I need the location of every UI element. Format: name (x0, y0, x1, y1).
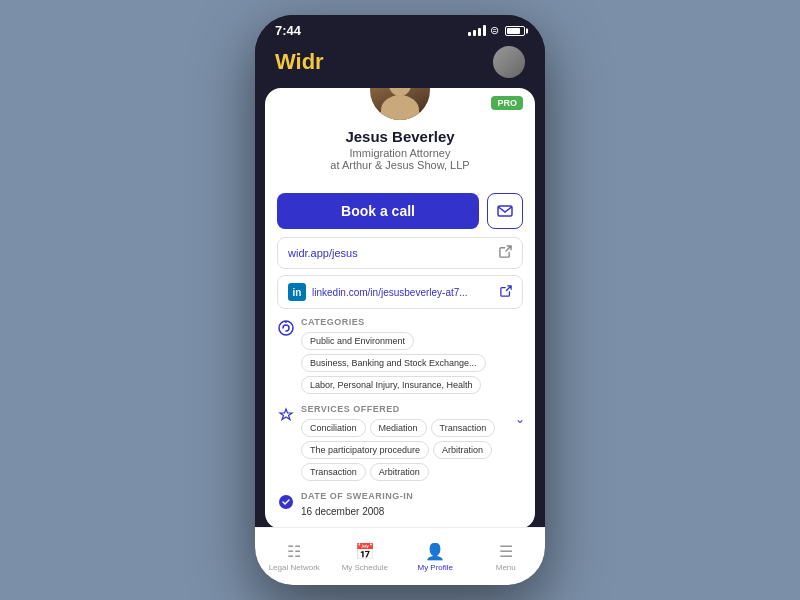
service-tag: Arbitration (433, 441, 492, 459)
schedule-icon: 📅 (355, 542, 375, 561)
signal-icon (468, 25, 486, 36)
book-call-button[interactable]: Book a call (277, 193, 479, 229)
services-title: SERVICES OFFERED (301, 404, 523, 414)
service-tag: Mediation (370, 419, 427, 437)
profile-url-text: widr.app/jesus (288, 247, 499, 259)
swearing-icon (277, 493, 295, 511)
profile-title: Immigration Attorney (350, 147, 451, 159)
menu-icon: ☰ (499, 542, 513, 561)
message-button[interactable] (487, 193, 523, 229)
legal-network-icon: ☷ (287, 542, 301, 561)
app-header: Widr (255, 42, 545, 88)
linkedin-row[interactable]: in linkedin.com/in/jesusbeverley-at7... (277, 275, 523, 309)
category-tag: Labor, Personal Injury, Insurance, Healt… (301, 376, 481, 394)
categories-icon (277, 319, 295, 337)
service-tag: Conciliation (301, 419, 366, 437)
phone-frame: 7:44 ⊜ Widr PRO Jesus B (255, 15, 545, 585)
profile-icon: 👤 (425, 542, 445, 561)
profile-top: PRO Jesus Beverley Immigration Attorney … (265, 88, 535, 183)
nav-my-schedule[interactable]: 📅 My Schedule (330, 534, 401, 572)
swearing-date: 16 december 2008 (301, 506, 523, 517)
pro-badge: PRO (491, 96, 523, 110)
swearing-title: DATE OF SWEARING-IN (301, 491, 523, 501)
status-icons: ⊜ (468, 24, 525, 37)
service-tag: Transaction (301, 463, 366, 481)
bottom-nav: ☷ Legal Network 📅 My Schedule 👤 My Profi… (255, 527, 545, 585)
swearing-content: DATE OF SWEARING-IN 16 december 2008 (301, 491, 523, 517)
services-tags: Conciliation Mediation Transaction The p… (301, 419, 523, 481)
profile-url-row[interactable]: widr.app/jesus (277, 237, 523, 269)
avatar-container (370, 88, 430, 120)
linkedin-url-text: linkedin.com/in/jesusbeverley-at7... (312, 287, 494, 298)
nav-profile-label: My Profile (417, 563, 453, 572)
nav-legal-network[interactable]: ☷ Legal Network (259, 534, 330, 572)
battery-icon (505, 26, 525, 36)
services-content: SERVICES OFFERED Conciliation Mediation … (301, 404, 523, 481)
services-section: SERVICES OFFERED Conciliation Mediation … (277, 404, 523, 481)
action-row: Book a call (265, 193, 535, 229)
categories-title: CATEGORIES (301, 317, 523, 327)
service-tag: Transaction (431, 419, 496, 437)
status-bar: 7:44 ⊜ (255, 15, 545, 42)
profile-name: Jesus Beverley (345, 128, 454, 145)
swearing-section: DATE OF SWEARING-IN 16 december 2008 (277, 491, 523, 517)
wifi-icon: ⊜ (490, 24, 499, 37)
nav-menu[interactable]: ☰ Menu (471, 534, 542, 572)
header-avatar[interactable] (493, 46, 525, 78)
service-tag: The participatory procedure (301, 441, 429, 459)
scroll-area[interactable]: PRO Jesus Beverley Immigration Attorney … (255, 88, 545, 538)
external-link-icon (500, 285, 512, 300)
categories-section: CATEGORIES Public and Environment Busine… (277, 317, 523, 394)
categories-tags: Public and Environment Business, Banking… (301, 332, 523, 394)
nav-menu-label: Menu (496, 563, 516, 572)
share-icon[interactable] (499, 245, 512, 261)
category-tag: Business, Banking and Stock Exchange... (301, 354, 486, 372)
avatar (370, 88, 430, 120)
nav-my-profile[interactable]: 👤 My Profile (400, 534, 471, 572)
category-tag: Public and Environment (301, 332, 414, 350)
scroll-content: PRO Jesus Beverley Immigration Attorney … (255, 88, 545, 538)
linkedin-icon: in (288, 283, 306, 301)
categories-content: CATEGORIES Public and Environment Busine… (301, 317, 523, 394)
profile-card-wrapper: PRO Jesus Beverley Immigration Attorney … (255, 88, 545, 538)
profile-card: PRO Jesus Beverley Immigration Attorney … (265, 88, 535, 529)
services-icon (277, 406, 295, 424)
nav-legal-label: Legal Network (269, 563, 320, 572)
chevron-down-icon[interactable]: ⌄ (515, 412, 525, 426)
envelope-icon (497, 205, 513, 217)
service-tag: Arbitration (370, 463, 429, 481)
profile-company: at Arthur & Jesus Show, LLP (330, 159, 469, 171)
status-time: 7:44 (275, 23, 301, 38)
app-title: Widr (275, 49, 324, 75)
svg-point-1 (279, 321, 293, 335)
nav-schedule-label: My Schedule (342, 563, 388, 572)
